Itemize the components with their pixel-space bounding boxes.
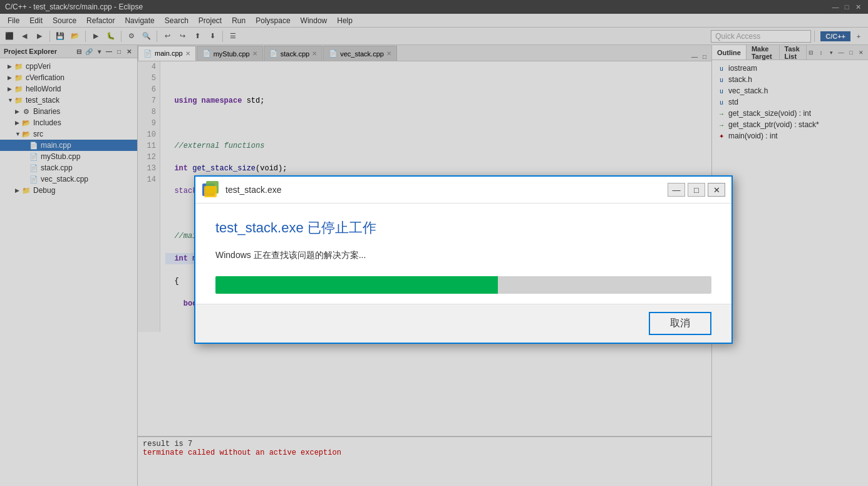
dialog-footer: 取消 — [195, 304, 731, 343]
dialog-window-controls: — □ ✕ — [668, 183, 725, 197]
dialog-sub-text: Windows 正在查找该问题的解决方案... — [215, 250, 711, 261]
dialog-maximize-btn[interactable]: □ — [688, 183, 705, 197]
svg-rect-2 — [204, 186, 217, 197]
dialog-progress-bar — [215, 276, 711, 294]
dialog-icon — [202, 180, 220, 199]
dialog-title-bar: test_stack.exe — □ ✕ — [195, 177, 731, 204]
dialog-minimize-btn[interactable]: — — [668, 183, 685, 197]
error-dialog: test_stack.exe — □ ✕ test_stack.exe 已停止工… — [194, 175, 733, 344]
dialog-main-text: test_stack.exe 已停止工作 — [215, 219, 711, 237]
dialog-body: test_stack.exe 已停止工作 Windows 正在查找该问题的解决方… — [195, 204, 731, 304]
dialog-close-btn[interactable]: ✕ — [708, 183, 725, 197]
dialog-overlay: test_stack.exe — □ ✕ test_stack.exe 已停止工… — [0, 0, 868, 486]
dialog-title-text: test_stack.exe — [225, 185, 282, 195]
dialog-progress-fill — [215, 276, 498, 294]
cancel-button[interactable]: 取消 — [649, 312, 711, 335]
